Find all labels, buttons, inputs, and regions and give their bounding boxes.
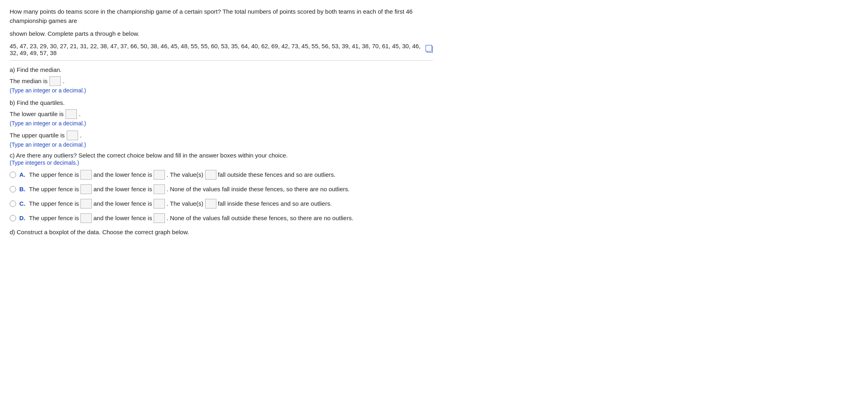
choice-b-between: and the lower fence is <box>93 186 152 192</box>
choice-c-between: and the lower fence is <box>93 200 152 207</box>
choice-b-letter: B. <box>19 186 26 192</box>
upper-quartile-hint: (Type an integer or a decimal.) <box>10 141 433 148</box>
median-period: . <box>63 78 64 84</box>
choice-d-text: The upper fence is and the lower fence i… <box>29 213 354 223</box>
choice-a-radio[interactable] <box>10 172 16 178</box>
part-c-hint: (Type integers or decimals.) <box>10 160 433 166</box>
choice-d-letter: D. <box>19 215 26 221</box>
part-a-label: a) Find the median. <box>10 66 433 73</box>
choice-d-upper-input[interactable] <box>80 213 92 223</box>
choice-a-end: fall outside these fences and so are out… <box>218 171 336 178</box>
choice-a-text: The upper fence is and the lower fence i… <box>29 170 335 180</box>
copy-icon[interactable] <box>427 46 433 53</box>
choice-b-upper-label: The upper fence is <box>29 186 79 192</box>
median-prompt: The median is <box>10 78 47 84</box>
lower-quartile-row: The lower quartile is . <box>10 109 433 119</box>
choice-b-radio[interactable] <box>10 186 16 192</box>
choice-a-letter: A. <box>19 171 26 178</box>
question-text-line2: shown below. Complete parts a through e … <box>10 29 433 39</box>
choice-b-upper-input[interactable] <box>80 184 92 194</box>
choice-c-lower-input[interactable] <box>154 199 165 209</box>
upper-quartile-row: The upper quartile is . <box>10 131 433 140</box>
choice-c-period: . The value(s) <box>167 200 203 207</box>
question-text-line1: How many points do teams score in the ch… <box>10 7 433 25</box>
choice-c-end: fall inside these fences and so are outl… <box>218 200 332 207</box>
choice-a-between: and the lower fence is <box>93 171 152 178</box>
upper-quartile-prompt: The upper quartile is <box>10 132 65 139</box>
choice-a-upper-label: The upper fence is <box>29 171 79 178</box>
lower-quartile-period: . <box>79 110 80 117</box>
choice-a-lower-input[interactable] <box>154 170 165 180</box>
choice-d-upper-label: The upper fence is <box>29 215 79 221</box>
part-d-section: d) Construct a boxplot of the data. Choo… <box>10 229 433 235</box>
median-answer-row: The median is . <box>10 76 433 86</box>
data-values: 45, 47, 23, 29, 30, 27, 21, 31, 22, 38, … <box>10 43 424 56</box>
choice-d-radio[interactable] <box>10 215 16 221</box>
lower-quartile-hint: (Type an integer or a decimal.) <box>10 120 433 127</box>
lower-quartile-prompt: The lower quartile is <box>10 110 64 117</box>
median-input[interactable] <box>49 76 61 86</box>
median-hint: (Type an integer or a decimal.) <box>10 87 433 94</box>
choice-c-text: The upper fence is and the lower fence i… <box>29 199 332 209</box>
choice-b-text: The upper fence is and the lower fence i… <box>29 184 350 194</box>
choice-d-between: and the lower fence is <box>93 215 152 221</box>
choice-d-row: D. The upper fence is and the lower fenc… <box>10 213 433 223</box>
choice-c-row: C. The upper fence is and the lower fenc… <box>10 199 433 209</box>
upper-quartile-period: . <box>80 132 82 139</box>
data-line: 45, 47, 23, 29, 30, 27, 21, 31, 22, 38, … <box>10 43 433 56</box>
choice-c-letter: C. <box>19 200 26 207</box>
upper-quartile-input[interactable] <box>67 131 78 140</box>
part-b-section: b) Find the quartiles. The lower quartil… <box>10 99 433 148</box>
choice-d-end: . None of the values fall outside these … <box>167 215 353 221</box>
part-b-label: b) Find the quartiles. <box>10 99 433 106</box>
choice-b-lower-input[interactable] <box>154 184 165 194</box>
choice-c-upper-label: The upper fence is <box>29 200 79 207</box>
choice-c-radio[interactable] <box>10 200 16 207</box>
choice-a-upper-input[interactable] <box>80 170 92 180</box>
choice-b-end: . None of the values fall inside these f… <box>167 186 350 192</box>
choice-d-lower-input[interactable] <box>154 213 165 223</box>
choice-a-period: . The value(s) <box>167 171 203 178</box>
choice-c-values-input[interactable] <box>205 199 216 209</box>
part-d-label: d) Construct a boxplot of the data. Choo… <box>10 229 433 235</box>
choice-c-upper-input[interactable] <box>80 199 92 209</box>
part-a-section: a) Find the median. The median is . (Typ… <box>10 66 433 94</box>
choice-b-row: B. The upper fence is and the lower fenc… <box>10 184 433 194</box>
lower-quartile-input[interactable] <box>66 109 77 119</box>
question-container: How many points do teams score in the ch… <box>10 7 433 235</box>
part-c-label: c) Are there any outliers? Select the co… <box>10 152 433 159</box>
part-c-section: c) Are there any outliers? Select the co… <box>10 152 433 223</box>
divider <box>10 60 433 61</box>
choice-a-values-input[interactable] <box>205 170 216 180</box>
choice-a-row: A. The upper fence is and the lower fenc… <box>10 170 433 180</box>
